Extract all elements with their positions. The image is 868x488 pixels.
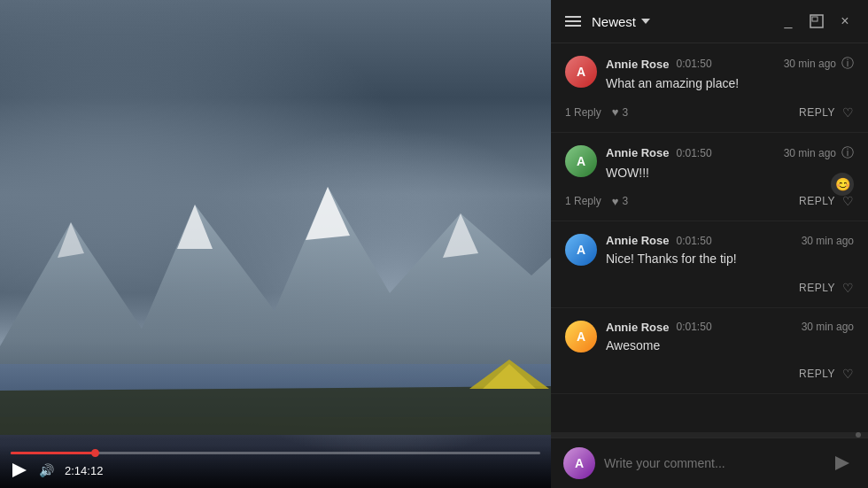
reply-count[interactable]: 1 Reply bbox=[565, 106, 601, 119]
like-button[interactable]: ♡ bbox=[842, 105, 854, 120]
action-buttons: REPLY ♡ bbox=[799, 194, 854, 208]
reply-button[interactable]: REPLY bbox=[799, 106, 835, 119]
minimize-icon: _ bbox=[785, 13, 793, 29]
close-button[interactable]: × bbox=[836, 12, 854, 30]
comment-body: Annie Rose 0:01:50 30 min ago Nice! Than… bbox=[606, 234, 854, 275]
hamburger-menu[interactable] bbox=[565, 16, 581, 27]
send-icon bbox=[835, 456, 849, 470]
comments-list: A Annie Rose 0:01:50 30 min ago ⓘ What a… bbox=[551, 43, 868, 432]
avatar: A bbox=[565, 234, 597, 266]
info-icon[interactable]: ⓘ bbox=[841, 56, 854, 72]
reply-button[interactable]: REPLY bbox=[799, 282, 835, 294]
like-button[interactable]: ♡ bbox=[842, 367, 854, 381]
avatar: A bbox=[565, 321, 597, 352]
expand-icon bbox=[810, 14, 824, 28]
play-button[interactable] bbox=[11, 461, 28, 479]
comment-item: A Annie Rose 0:01:50 30 min ago ⓘ WOW!!! bbox=[551, 133, 868, 222]
replies-likes: 1 Reply ♥ 3 bbox=[565, 195, 628, 208]
comment-actions: 1 Reply ♥ 3 REPLY ♡ bbox=[565, 194, 854, 208]
comment-actions: REPLY ♡ bbox=[565, 367, 854, 381]
author-time: Annie Rose 0:01:50 bbox=[606, 321, 712, 334]
comment-time-ago: 30 min ago bbox=[784, 147, 836, 159]
heart-icon: ♥ bbox=[612, 105, 619, 119]
emoji-badge: 😊 bbox=[831, 173, 854, 196]
minimize-button[interactable]: _ bbox=[779, 12, 797, 30]
comment-text: Awesome bbox=[606, 337, 854, 355]
dropdown-arrow-icon bbox=[641, 19, 650, 24]
progress-bar[interactable] bbox=[11, 452, 540, 454]
scroll-indicator bbox=[551, 432, 868, 438]
comment-time-ago: 30 min ago bbox=[784, 58, 836, 70]
avatar: A bbox=[565, 56, 597, 88]
likes-number: 3 bbox=[622, 195, 628, 207]
comment-meta: Annie Rose 0:01:50 30 min ago ⓘ bbox=[606, 56, 854, 72]
hamburger-line-3 bbox=[565, 25, 581, 27]
comment-meta: Annie Rose 0:01:50 30 min ago ⓘ bbox=[606, 145, 854, 161]
comment-actions: 1 Reply ♥ 3 REPLY ♡ bbox=[565, 105, 854, 120]
comment-input[interactable] bbox=[604, 456, 820, 470]
like-button[interactable]: ♡ bbox=[842, 281, 854, 295]
user-avatar: A bbox=[563, 447, 595, 479]
video-panel: 🔊 2:14:12 bbox=[0, 0, 551, 488]
comment-body: Annie Rose 0:01:50 30 min ago ⓘ What an … bbox=[606, 56, 854, 100]
replies-likes: 1 Reply ♥ 3 bbox=[565, 105, 628, 119]
comment-input-area: A bbox=[551, 438, 868, 488]
comments-panel: Newest _ × A bbox=[551, 0, 868, 488]
volume-button[interactable]: 🔊 bbox=[39, 463, 54, 477]
reply-button[interactable]: REPLY bbox=[799, 195, 835, 207]
action-buttons: REPLY ♡ bbox=[799, 367, 854, 381]
progress-fill bbox=[11, 452, 96, 454]
comment-meta: Annie Rose 0:01:50 30 min ago bbox=[606, 321, 854, 334]
comment-time-ago: 30 min ago bbox=[802, 321, 854, 333]
expand-button[interactable] bbox=[808, 12, 825, 30]
info-icon[interactable]: ⓘ bbox=[841, 145, 854, 161]
scroll-dot bbox=[856, 432, 861, 438]
comment-timestamp: 0:01:50 bbox=[677, 58, 712, 70]
author-time: Annie Rose 0:01:50 bbox=[606, 234, 712, 247]
comment-item: A Annie Rose 0:01:50 30 min ago Awesome bbox=[551, 308, 868, 395]
svg-marker-6 bbox=[0, 386, 551, 435]
comment-author: Annie Rose bbox=[606, 146, 670, 159]
comment-time-ago: 30 min ago bbox=[802, 235, 854, 247]
comment-text: Nice! Thanks for the tip! bbox=[606, 251, 854, 268]
video-controls: 🔊 2:14:12 bbox=[0, 445, 551, 488]
comment-text: WOW!!! bbox=[606, 165, 854, 182]
comment-body: Annie Rose 0:01:50 30 min ago Awesome bbox=[606, 321, 854, 362]
reply-count[interactable]: 1 Reply bbox=[565, 195, 601, 207]
mountain-scene bbox=[0, 169, 551, 435]
likes-number: 3 bbox=[622, 106, 628, 119]
header-actions: _ × bbox=[779, 12, 854, 30]
time-display: 2:14:12 bbox=[65, 464, 103, 477]
author-time: Annie Rose 0:01:50 bbox=[606, 146, 712, 159]
send-button[interactable] bbox=[829, 450, 856, 476]
comment-text: What an amazing place! bbox=[606, 75, 854, 93]
reply-button[interactable]: REPLY bbox=[799, 368, 835, 380]
comment-author: Annie Rose bbox=[606, 58, 670, 71]
heart-icon: ♥ bbox=[612, 195, 619, 208]
comment-meta: Annie Rose 0:01:50 30 min ago bbox=[606, 234, 854, 247]
action-buttons: REPLY ♡ bbox=[799, 105, 854, 120]
comment-author: Annie Rose bbox=[606, 321, 670, 334]
like-button[interactable]: ♡ bbox=[842, 194, 854, 208]
close-icon: × bbox=[841, 13, 849, 29]
action-buttons: REPLY ♡ bbox=[799, 281, 854, 295]
likes-count: ♥ 3 bbox=[612, 105, 628, 119]
comment-body: Annie Rose 0:01:50 30 min ago ⓘ WOW!!! bbox=[606, 145, 854, 190]
comment-item: A Annie Rose 0:01:50 30 min ago Nice! Th… bbox=[551, 221, 868, 308]
comment-author: Annie Rose bbox=[606, 234, 670, 247]
comment-timestamp: 0:01:50 bbox=[677, 321, 712, 333]
comments-header: Newest _ × bbox=[551, 0, 868, 43]
avatar: A bbox=[565, 145, 597, 177]
likes-count: ♥ 3 bbox=[612, 195, 628, 208]
play-icon bbox=[12, 463, 27, 477]
comment-timestamp: 0:01:50 bbox=[677, 147, 712, 159]
svg-rect-10 bbox=[812, 17, 818, 21]
author-time: Annie Rose 0:01:50 bbox=[606, 58, 712, 71]
sort-dropdown[interactable]: Newest bbox=[592, 14, 650, 29]
comment-timestamp: 0:01:50 bbox=[677, 235, 712, 247]
hamburger-line-2 bbox=[565, 20, 581, 22]
volume-icon: 🔊 bbox=[39, 463, 54, 477]
comment-actions: REPLY ♡ bbox=[565, 281, 854, 295]
sort-label: Newest bbox=[592, 14, 636, 29]
hamburger-line-1 bbox=[565, 16, 581, 18]
